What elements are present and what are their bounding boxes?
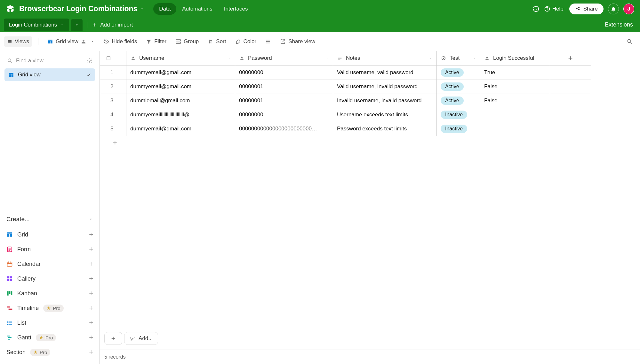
chevron-down-icon[interactable] (227, 56, 231, 60)
filter-button[interactable]: Filter (143, 36, 170, 47)
svg-point-24 (442, 57, 445, 60)
cell-password[interactable]: 00000001 (235, 80, 333, 94)
color-button[interactable]: Color (232, 36, 260, 47)
view-switcher[interactable]: Grid view (44, 36, 98, 47)
column-header-password[interactable]: Password (235, 51, 333, 66)
chevron-down-icon[interactable] (429, 56, 433, 60)
cell-login-successful[interactable]: True (480, 66, 550, 80)
settings-icon[interactable] (87, 58, 92, 64)
cell-notes[interactable]: Password exceeds text limits (333, 122, 437, 136)
cell-username[interactable]: dummyemail@gmail.com (126, 66, 235, 80)
tab-automations[interactable]: Automations (176, 3, 218, 15)
plus-icon: + (89, 245, 93, 253)
svg-point-19 (7, 324, 8, 325)
cell-password[interactable]: 000000000000000000000000… (235, 122, 333, 136)
tables-dropdown[interactable] (71, 19, 83, 31)
column-header-test[interactable]: Test (437, 51, 480, 66)
find-view-input[interactable]: Find a view (4, 56, 95, 66)
notifications-button[interactable] (608, 4, 619, 14)
share-button[interactable]: Share (569, 4, 604, 14)
cell-login-successful[interactable] (480, 122, 550, 136)
view-type-label: Grid (17, 231, 28, 238)
help-button[interactable]: Help (544, 6, 564, 12)
history-icon[interactable] (532, 5, 540, 12)
people-icon (81, 39, 86, 44)
table-row[interactable]: 1 dummyemail@gmail.com 00000000 Valid us… (100, 66, 591, 80)
avatar[interactable]: J (623, 4, 634, 14)
tab-interfaces[interactable]: Interfaces (218, 3, 254, 15)
search-button[interactable] (623, 36, 636, 47)
group-button[interactable]: Group (172, 36, 202, 47)
create-calendar[interactable]: Calendar+ (4, 257, 95, 271)
select-all-checkbox[interactable] (100, 51, 126, 66)
status-badge: Active (441, 82, 464, 91)
cell-username[interactable]: dummiemail@gmail.com (126, 94, 235, 108)
view-type-label: Gallery (17, 275, 36, 282)
cell-test[interactable]: Inactive (437, 108, 480, 122)
hide-fields-button[interactable]: Hide fields (100, 36, 140, 47)
cell-password[interactable]: 00000000 (235, 108, 333, 122)
svg-rect-9 (10, 276, 12, 279)
cell-notes[interactable]: Valid username, valid password (333, 66, 437, 80)
add-or-import-button[interactable]: Add or import (92, 22, 133, 28)
create-kanban[interactable]: Kanban+ (4, 286, 95, 301)
cell-notes[interactable]: Username exceeds text limits (333, 108, 437, 122)
extensions-button[interactable]: Extensions (605, 21, 636, 28)
cell-password[interactable]: 00000000 (235, 66, 333, 80)
table-row[interactable]: 2 dummyemail@gmail.com 00000001 Valid us… (100, 80, 591, 94)
cell-login-successful[interactable] (480, 108, 550, 122)
table-row[interactable]: 3 dummiemail@gmail.com 00000001 Invalid … (100, 94, 591, 108)
create-grid[interactable]: Grid+ (4, 227, 95, 242)
svg-rect-14 (11, 291, 12, 295)
cell-test[interactable]: Active (437, 80, 480, 94)
chevron-down-icon[interactable] (542, 56, 546, 60)
cell-test[interactable]: Active (437, 94, 480, 108)
chevron-down-icon[interactable] (140, 7, 144, 11)
cell-password[interactable]: 00000001 (235, 94, 333, 108)
column-header-login-successful[interactable]: Login Successful (480, 51, 550, 66)
create-form[interactable]: Form+ (4, 242, 95, 257)
column-header-notes[interactable]: Notes (333, 51, 437, 66)
sort-button[interactable]: Sort (204, 36, 229, 47)
svg-rect-2 (176, 42, 180, 43)
cell-notes[interactable]: Invalid username, invalid password (333, 94, 437, 108)
cell-username[interactable]: dummyemail@gmail.com (126, 122, 235, 136)
color-label: Color (244, 38, 257, 45)
sort-label: Sort (216, 38, 226, 45)
create-section[interactable]: SectionPro+ (4, 345, 95, 360)
footer-add-button[interactable] (104, 332, 122, 345)
row-height-button[interactable] (262, 37, 274, 46)
create-list[interactable]: List+ (4, 315, 95, 330)
chevron-down-icon[interactable] (472, 56, 476, 60)
cell-test[interactable]: Active (437, 66, 480, 80)
cell-username[interactable]: dummyemaillllllllllllllllllll@… (126, 108, 235, 122)
timeline-icon (6, 305, 13, 311)
table-tab-login-combinations[interactable]: Login Combinations (4, 19, 69, 31)
footer-add-menu[interactable]: Add... (124, 332, 158, 345)
view-item-grid-view[interactable]: Grid view (4, 68, 95, 81)
cell-login-successful[interactable]: False (480, 94, 550, 108)
base-title[interactable]: Browserbear Login Combinations (19, 4, 137, 13)
create-timeline[interactable]: TimelinePro+ (4, 301, 95, 315)
table-row[interactable]: 5 dummyemail@gmail.com 00000000000000000… (100, 122, 591, 136)
share-view-button[interactable]: Share view (277, 36, 318, 47)
column-header-username[interactable]: Username (126, 51, 235, 66)
create-view-header[interactable]: Create... (4, 211, 95, 227)
add-row-button[interactable]: + (100, 136, 235, 150)
cell-notes[interactable]: Valid username, invalid password (333, 80, 437, 94)
views-label: Views (15, 38, 29, 45)
row-number: 5 (100, 122, 126, 136)
chevron-down-icon[interactable] (325, 56, 329, 60)
wand-icon (130, 336, 135, 341)
airtable-logo-icon[interactable] (6, 4, 15, 13)
views-button[interactable]: Views (4, 36, 32, 47)
add-column-button[interactable]: + (550, 51, 591, 66)
pro-badge: Pro (30, 349, 50, 356)
cell-test[interactable]: Inactive (437, 122, 480, 136)
cell-username[interactable]: dummyemail@gmail.com (126, 80, 235, 94)
create-gallery[interactable]: Gallery+ (4, 271, 95, 286)
cell-login-successful[interactable]: False (480, 80, 550, 94)
table-row[interactable]: 4 dummyemaillllllllllllllllllll@… 000000… (100, 108, 591, 122)
create-gantt[interactable]: GanttPro+ (4, 330, 95, 345)
tab-data[interactable]: Data (153, 3, 176, 15)
